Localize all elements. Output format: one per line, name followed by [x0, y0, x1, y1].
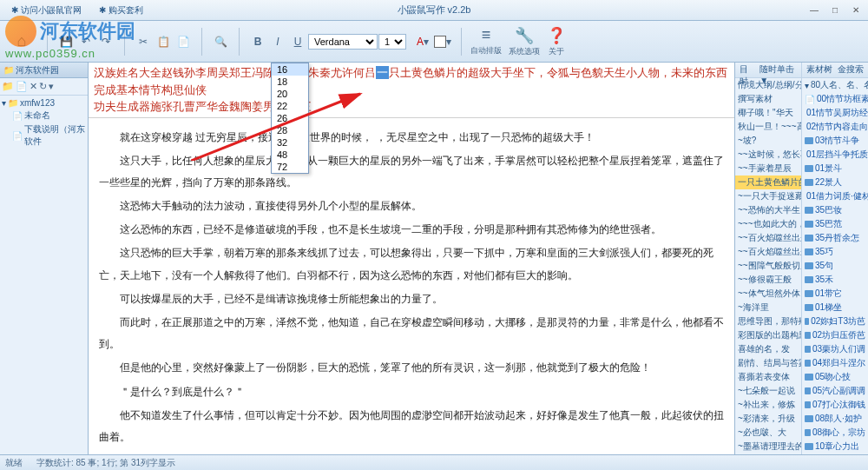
outline-item[interactable]: ~~修很霸王般 — [735, 273, 801, 287]
outline-item[interactable]: ~海洋里 — [735, 301, 801, 314]
material-item[interactable]: 11火子弹突术般 — [802, 453, 868, 454]
outline-item[interactable]: 秋山一旦！~~~高耸 — [735, 120, 801, 134]
outline-item[interactable]: ~登打了这去，元 — [735, 453, 801, 454]
outline-item[interactable]: 剧情、结局与答案 — [735, 356, 801, 370]
refresh-icon[interactable]: ↻ — [39, 81, 47, 92]
outline-item[interactable]: ~墨墓请理理去的 — [735, 440, 801, 453]
material-item[interactable]: 03情节斗争 — [802, 134, 868, 148]
size-option[interactable]: 72 — [272, 161, 308, 173]
outline-item[interactable]: 思维导图，那特殊 — [735, 314, 801, 328]
material-item[interactable]: 📄00情节坊框素大彩的 — [802, 92, 868, 106]
material-item[interactable]: 35禾 — [802, 273, 868, 287]
outline-item[interactable]: 喜雄的名，发 — [735, 342, 801, 356]
size-option[interactable]: 48 — [272, 149, 308, 161]
size-option[interactable]: 26 — [272, 112, 308, 124]
material-item[interactable]: 03栗坊人们调 — [802, 342, 868, 356]
material-item[interactable]: 01景斗 — [802, 162, 868, 175]
paragraph[interactable]: 这恐怖大手触动的法力波动，直接使得另外几个小型的星辰解体。 — [99, 195, 724, 217]
material-item[interactable]: 01带它 — [802, 287, 868, 301]
italic-button[interactable]: I — [268, 32, 287, 51]
outline-item[interactable]: ~七朵般一起说 — [735, 384, 801, 398]
material-item[interactable]: 01借力词质·健材 — [802, 189, 868, 203]
outline-item[interactable]: 一只土黄色鳞片的 — [735, 175, 801, 189]
paragraph[interactable]: 就在这穿梭穿越 过无穷星辰，接近玄黄大世界的时候， ，无尽星空之中，出现了一只恐… — [99, 127, 724, 149]
outline-item[interactable]: ~补出来，修炼 — [735, 398, 801, 412]
editor-content[interactable]: 就在这穿梭穿越 过无穷星辰，接近玄黄大世界的时候， ，无尽星空之中，出现了一只恐… — [89, 118, 734, 455]
outline-item[interactable]: ~~手蒙着星辰 — [735, 162, 801, 175]
material-tab-search[interactable]: 金搜索 — [835, 63, 866, 76]
material-tab-tree[interactable]: 素材树 — [804, 63, 835, 76]
material-header[interactable]: ▾80人名、名、名... — [802, 78, 868, 92]
size-option[interactable]: 16 — [272, 63, 308, 76]
outline-item[interactable]: ~~~也如此大的，勤 — [735, 217, 801, 231]
font-color-button[interactable]: A▾ — [413, 32, 432, 51]
material-item[interactable]: 07打心汰御钱 — [802, 398, 868, 412]
minimize-button[interactable]: — — [806, 3, 823, 17]
size-option[interactable]: 28 — [272, 124, 308, 136]
paragraph[interactable]: 而此时，在正展那道之中的万寒，泽然不觉，他知道，自己在穿梭虚空瞬间移动，大挪移，… — [99, 312, 724, 355]
font-size-select[interactable]: 16 — [378, 34, 406, 50]
size-option[interactable]: 22 — [272, 100, 308, 112]
outline-item[interactable]: ~必也啵、大 — [735, 426, 801, 440]
outline-item[interactable]: ~~百火焰噬丝出来 — [735, 231, 801, 245]
size-option[interactable]: 32 — [272, 136, 308, 149]
paragraph[interactable]: 他不知道发生了什么事情，但可以肯定十分不妙。因为他周围的虚渺空间都开始波动起来，… — [99, 405, 724, 448]
redo-icon[interactable]: ↷ — [96, 32, 115, 51]
outline-item[interactable]: 情境大纲/总纲/分 — [735, 78, 801, 92]
paragraph[interactable]: ＂是什么？到底是什么？＂ — [99, 381, 724, 403]
underline-button[interactable]: U — [288, 32, 307, 51]
font-size-dropdown[interactable]: 16 18 20 22 26 28 32 48 72 — [271, 63, 309, 174]
material-item[interactable]: 01梯坐 — [802, 301, 868, 314]
maximize-button[interactable]: □ — [826, 3, 844, 17]
material-item[interactable]: 02妳妇T3坊芭 — [802, 314, 868, 328]
material-item[interactable]: 35巧 — [802, 245, 868, 259]
outline-item[interactable]: ~一只大手捉迷藏 — [735, 189, 801, 203]
outline-item[interactable]: 撰写素材 — [735, 92, 801, 106]
delete-icon[interactable]: ✕ — [30, 81, 37, 92]
material-item[interactable]: 35丹哲余怎 — [802, 231, 868, 245]
font-family-select[interactable]: Verdana — [308, 34, 378, 50]
material-item[interactable]: 02坊归压侨芭 — [802, 328, 868, 342]
add-folder-icon[interactable]: 📁 — [2, 81, 14, 92]
about-button[interactable]: ❓关于 — [547, 26, 566, 57]
outline-item[interactable]: ~~这时候，悠长不 — [735, 148, 801, 162]
material-item[interactable]: 01情节吴厨坊经 — [802, 106, 868, 120]
titlebar-tab-buy[interactable]: ✱ 购买套利 — [91, 2, 151, 19]
outline-item[interactable]: 椰子哦！"华天 — [735, 106, 801, 120]
highlight-color-button[interactable]: ▾ — [433, 32, 452, 51]
material-item[interactable]: 10章心力出 — [802, 440, 868, 453]
material-item[interactable]: 35句 — [802, 259, 868, 273]
paragraph[interactable]: 这么恐怖的东西，已经不是修道破境的手段，也不是长生坡境一二重的手段，分明是那种拥… — [99, 219, 724, 241]
search-icon[interactable]: 🔍 — [211, 32, 230, 51]
outline-item[interactable]: 彩图版的出题构思 — [735, 328, 801, 342]
paragraph[interactable]: 这只恐怖的巨大手掌，朝着万寒的那条来线抓了过去，可以想象得出，只要一下抓中，万寒… — [99, 242, 724, 286]
paste-icon[interactable]: 📄 — [174, 32, 193, 51]
outline-item[interactable]: ~坡? — [735, 134, 801, 148]
close-button[interactable]: ✕ — [847, 3, 865, 17]
outline-item[interactable]: ~~百火焰噬丝出来 — [735, 245, 801, 259]
undo-icon[interactable]: ↶ — [76, 32, 95, 51]
size-option[interactable]: 20 — [272, 88, 308, 100]
paragraph[interactable]: 而外面，那道巨大手，朝着他直接抓下。 — [99, 450, 724, 454]
paragraph[interactable]: 这只大手，比任何人想象的星辰大多了，从一颗巨大的星辰的另外一端飞了出来，手掌居然… — [99, 150, 724, 194]
material-item[interactable]: 08郎人·如护 — [802, 412, 868, 426]
material-item[interactable]: 08御心，宗坊 — [802, 426, 868, 440]
outline-tab-1[interactable]: 目时 — [737, 63, 757, 76]
material-item[interactable]: 02情节内容走向 — [802, 120, 868, 134]
material-item[interactable]: 35巴妆 — [802, 203, 868, 217]
outline-item[interactable]: ~~围障气般般切皮 — [735, 259, 801, 273]
auto-layout-button[interactable]: ≡自动排版 — [470, 26, 502, 56]
material-item[interactable]: 05汽心副调调 — [802, 384, 868, 398]
paragraph[interactable]: 可以按爆星辰的大手，已经不是缉请谅挽境修士所能想象出的力量了。 — [99, 288, 724, 310]
titlebar-tab-website[interactable]: ✱ 访问小鼹鼠官网 — [3, 2, 89, 19]
outline-item[interactable]: ~~体气坦然外体 — [735, 287, 801, 301]
tree-node[interactable]: 📄下载说明（河东软件 — [2, 122, 86, 149]
material-item[interactable]: 05吻心技 — [802, 370, 868, 384]
toolbar-button-home[interactable]: ⌂ — [5, 25, 38, 58]
more-icon[interactable]: ▾ — [49, 81, 54, 92]
system-option-button[interactable]: 🔧系统选项 — [509, 26, 540, 57]
paragraph[interactable]: 但是他的心里，突然好像蒙上了一份阴影，巨大的恐慌，笼罩了他的所有灵识，这一刹那，… — [99, 357, 724, 379]
save-icon[interactable]: 💾 — [56, 32, 76, 51]
tree-node[interactable]: ▾📁xmfw123 — [2, 97, 86, 109]
outline-tab-2[interactable]: 随时单击▼ — [757, 63, 799, 76]
